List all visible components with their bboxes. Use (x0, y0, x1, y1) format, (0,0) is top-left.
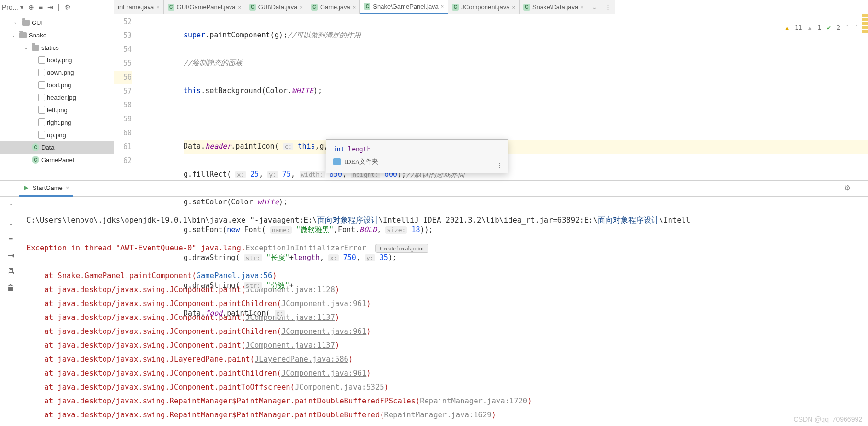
tab-gui-data[interactable]: CGUI\Data.java× (245, 0, 307, 14)
divider: | (58, 3, 60, 11)
line-gutter: 52535455 56575859606162 (114, 14, 140, 180)
stack-line: at java.desktop/javax.swing.RepaintManag… (26, 408, 863, 422)
tree-file[interactable]: right.png (0, 116, 114, 129)
settings-icon[interactable]: ⚙ (65, 3, 71, 11)
file-icon (38, 69, 45, 76)
folder-icon (333, 158, 341, 165)
error-stripe[interactable] (862, 14, 868, 180)
class-icon: C (523, 4, 530, 11)
folder-icon (19, 32, 27, 38)
tree-file[interactable]: body.png (0, 54, 114, 66)
close-icon[interactable]: × (156, 4, 159, 10)
tree-file[interactable]: food.png (0, 79, 114, 91)
close-icon[interactable]: × (441, 3, 444, 9)
close-icon[interactable]: × (238, 4, 241, 10)
inspection-badges[interactable]: ▲11 ▲1 ✔2 ˄ ˅ (785, 24, 858, 31)
minimize-icon[interactable]: — (854, 183, 862, 193)
class-icon: C (452, 4, 459, 11)
locate-icon[interactable]: ⊕ (28, 3, 34, 11)
file-icon (38, 106, 45, 114)
tree-folder-snake[interactable]: ⌄Snake (0, 29, 114, 41)
trash-icon[interactable]: 🗑 (7, 284, 15, 293)
quick-doc-popup[interactable]: int length IDEA文件夹 ⋮ (326, 139, 508, 173)
tree-file[interactable]: down.png (0, 66, 114, 79)
layout-icon[interactable]: ≡ (9, 234, 13, 244)
rerun-icon[interactable]: ↑ (9, 201, 13, 211)
stack-link[interactable]: RepaintManager.java:1720 (420, 397, 527, 405)
svg-marker-0 (24, 185, 29, 190)
run-icon (23, 185, 30, 191)
stack-line: at java.desktop/javax.swing.RepaintManag… (26, 394, 863, 408)
close-icon[interactable]: × (353, 4, 356, 10)
file-icon (38, 56, 45, 64)
tabs-dropdown-icon[interactable]: ⌄ (588, 3, 601, 11)
run-tab-startgame[interactable]: StartGame × (19, 180, 73, 197)
stack-link[interactable]: JLayeredPane.java:586 (255, 355, 348, 364)
tab-snake-data[interactable]: CSnake\Data.java× (520, 0, 588, 14)
class-icon: C (249, 4, 256, 11)
chevron-down-icon: ⌄ (24, 45, 30, 50)
close-icon[interactable]: × (66, 184, 69, 191)
chevron-down-icon[interactable]: ˅ (855, 24, 858, 31)
tree-folder-statics[interactable]: ⌄statics (0, 41, 114, 54)
close-icon[interactable]: × (512, 4, 515, 10)
tree-file[interactable]: left.png (0, 104, 114, 116)
stack-line: at java.desktop/javax.swing.JComponent.p… (26, 367, 863, 380)
stack-link[interactable]: JComponent.java:5325 (295, 383, 384, 391)
weak-warning-icon: ▲ (808, 24, 812, 31)
file-icon (38, 118, 45, 126)
more-icon[interactable]: ⋮ (497, 162, 503, 169)
tab-game[interactable]: CGame.java× (307, 0, 360, 14)
editor-tabs: inFrame.java× CGUI\GamePanel.java× CGUI\… (114, 0, 615, 14)
tab-jcomponent[interactable]: CJComponent.java× (448, 0, 520, 14)
folder-icon (22, 20, 30, 26)
tab-gui-gamepanel[interactable]: CGUI\GamePanel.java× (164, 0, 245, 14)
tab-inframe[interactable]: inFrame.java× (114, 0, 164, 14)
project-tree: ›GUI ⌄Snake ⌄statics body.png down.png f… (0, 14, 114, 180)
file-icon (38, 94, 45, 101)
stack-link[interactable]: RepaintManager.java:1629 (384, 411, 492, 419)
class-icon: C (32, 156, 39, 164)
ok-icon: ✔ (827, 24, 831, 31)
chevron-right-icon: › (14, 20, 20, 25)
collapse-icon[interactable]: ⇥ (47, 3, 53, 11)
class-icon: C (168, 4, 174, 11)
gear-icon[interactable]: ⚙ (844, 183, 851, 192)
expand-icon[interactable]: ≡ (39, 3, 43, 11)
filter-icon[interactable]: ⇥ (8, 250, 14, 260)
tree-class-data[interactable]: CData (0, 141, 114, 154)
print-icon[interactable]: 🖶 (7, 267, 15, 277)
tree-file[interactable]: up.png (0, 129, 114, 141)
tabs-more-icon[interactable]: ⋮ (601, 3, 615, 11)
folder-icon (32, 45, 39, 51)
file-icon (38, 131, 45, 139)
close-icon[interactable]: × (300, 4, 303, 10)
class-icon: C (364, 3, 370, 10)
popup-location[interactable]: IDEA文件夹 (326, 154, 508, 169)
minimize-icon[interactable]: — (76, 3, 82, 11)
popup-signature: int length (326, 143, 508, 154)
tab-snake-gamepanel[interactable]: CSnake\GamePanel.java× (360, 0, 448, 14)
tree-file[interactable]: header.jpg (0, 91, 114, 104)
warning-icon: ▲ (785, 24, 789, 31)
console-toolbar: ↑ ↓ ≡ ⇥ 🖶 🗑 (0, 197, 22, 426)
class-icon: C (311, 4, 318, 11)
tree-class-gamepanel[interactable]: CGamePanel (0, 154, 114, 166)
watermark: CSDN @qq_70966992 (794, 415, 862, 423)
close-icon[interactable]: × (580, 4, 583, 10)
stack-line: at java.desktop/javax.swing.JComponent.p… (26, 380, 863, 394)
stack-line: at java.desktop/javax.swing.JLayeredPane… (26, 353, 863, 367)
stop-icon[interactable]: ↓ (9, 218, 13, 227)
class-icon: C (32, 143, 39, 151)
stack-link[interactable]: JComponent.java:961 (281, 369, 366, 378)
project-dropdown[interactable]: Pro…▾ (2, 3, 23, 11)
tree-folder-gui[interactable]: ›GUI (0, 16, 114, 29)
file-icon (38, 81, 45, 89)
chevron-down-icon: ⌄ (12, 33, 17, 38)
chevron-up-icon[interactable]: ˄ (846, 24, 849, 31)
